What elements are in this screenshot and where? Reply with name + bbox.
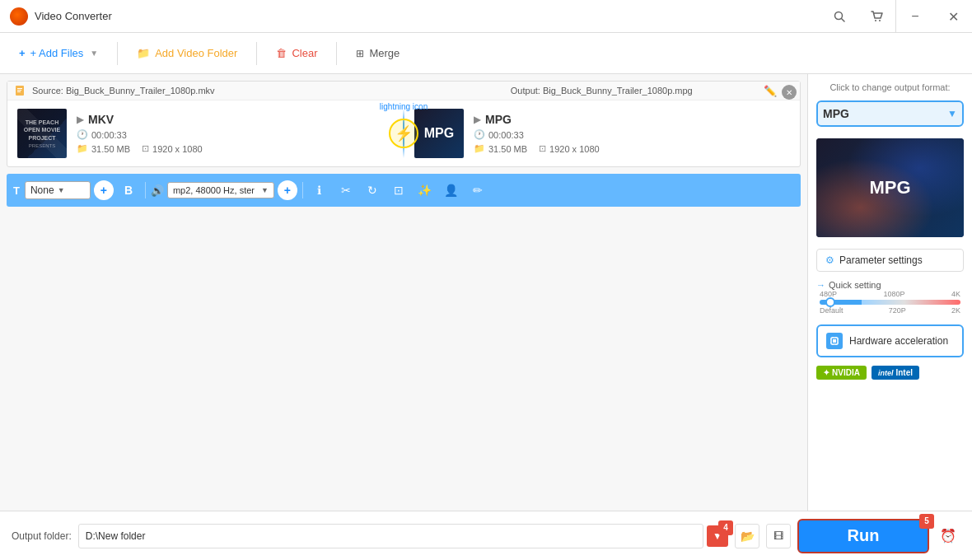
quick-setting-section: → Quick setting 480P 1080P 4K Default 72… [816,280,964,316]
close-file-button[interactable]: ✕ [782,85,797,100]
output-resolution: ⊡ 1920 x 1080 [539,143,600,154]
minimize-button[interactable]: − [896,0,934,33]
quick-setting-arrow: → [816,280,825,290]
search-icon[interactable] [820,0,858,33]
folder-browse-icon: 📂 [741,530,755,543]
svg-rect-9 [833,339,836,343]
svg-rect-6 [17,90,21,91]
toolbar-separator-2 [256,42,257,65]
merge-button[interactable]: ⊞ Merge [343,41,412,65]
add-files-plus-icon: + [19,47,26,59]
svg-point-3 [879,20,881,21]
output-size: 📁 31.50 MB [474,143,527,154]
watermark-icon[interactable]: 👤 [440,179,463,202]
right-panel: Click to change output format: MPG ▼ MPG… [807,74,972,511]
quick-setting-label: → Quick setting [816,280,964,290]
nvidia-badge: ✦ NVIDIA [816,366,867,380]
subtitle-track-select[interactable]: None ▼ [25,181,91,199]
browse-folder-button[interactable]: 📂 [735,524,759,548]
effect-icon[interactable]: ✨ [414,179,437,202]
label-720p: 720P [889,306,906,315]
output-folder-label: Output folder: [12,530,72,542]
output-input-wrapper [78,524,703,548]
app-icon [10,7,28,26]
parameter-settings-button[interactable]: ⚙ Parameter settings [816,249,964,272]
source-label: Source: Big_Buck_Bunny_Trailer_1080p.mkv [32,86,215,96]
slider-thumb[interactable] [825,297,835,307]
run-button[interactable]: Run [797,519,929,553]
format-preview-label: MPG [869,177,910,198]
source-details-2: 📁 31.50 MB ⊡ 1920 x 1080 [77,143,393,154]
run-badge: 5 [919,514,934,529]
film-strip-button[interactable]: 🎞 [766,524,791,548]
merge-label: Merge [369,47,400,59]
output-thumbnail: MPG [414,109,464,158]
selected-format-name: MPG [823,107,849,120]
edit-icon[interactable]: ✏️ [764,85,777,97]
source-resolution: ⊡ 1920 x 1080 [142,143,203,154]
resolution-icon: ⊡ [142,143,149,154]
rotate-icon[interactable]: ↻ [361,179,384,202]
edit-track-icon[interactable]: ✏ [466,179,489,202]
source-size: 📁 31.50 MB [77,143,130,154]
output-format-thumb: MPG [424,126,454,141]
lightning-container[interactable]: lightning icon [389,119,418,148]
alarm-button[interactable]: ⏰ [936,524,960,548]
svg-rect-5 [17,88,22,89]
hardware-acceleration-button[interactable]: Hardware acceleration [816,324,964,357]
hw-accel-label: Hardware acceleration [849,335,948,347]
track-toolbar: T None ▼ + B 🔊 mp2, 48000 Hz, ster ▼ + ℹ [7,174,801,207]
close-button[interactable]: ✕ [934,0,972,33]
add-folder-button[interactable]: 📁 Add Video Folder [124,41,250,65]
add-files-dropdown-icon[interactable]: ▼ [90,49,98,58]
slider-top-labels: 480P 1080P 4K [820,290,960,298]
format-preview: MPG [816,138,964,237]
add-files-label: + Add Files [30,47,84,59]
audio-track-select[interactable]: mp2, 48000 Hz, ster ▼ [167,182,274,198]
file-item-body: THE PEACHOPEN MOVIEPROJECT PRESENTS ▶ MK… [7,100,800,166]
resolution-icon-out: ⊡ [539,143,546,154]
file-source: THE PEACHOPEN MOVIEPROJECT PRESENTS ▶ MK… [7,100,403,166]
cart-icon[interactable] [858,0,896,33]
label-default: Default [820,306,843,315]
track-separator-2 [302,182,303,198]
lightning-icon[interactable]: lightning icon [389,119,418,148]
file-item-header: Source: Big_Buck_Bunny_Trailer_1080p.mkv… [7,82,800,100]
output-path-input[interactable] [78,524,703,548]
source-format: ▶ MKV [77,113,393,126]
clear-label: Clear [292,47,317,59]
format-dropdown-icon[interactable]: ▼ [947,108,957,119]
text-track-icon: T [13,184,20,197]
svg-line-1 [842,19,845,22]
label-1080p: 1080P [883,290,904,298]
clear-icon: 🗑 [276,47,287,59]
format-hint-label: Click to change output format: [816,82,964,92]
output-info: ▶ MPG 🕐 00:00:33 📁 31.5 [474,113,790,154]
folder-size-icon: 📁 [77,143,88,154]
title-controls: − ✕ [820,0,972,33]
clear-button[interactable]: 🗑 Clear [264,41,329,65]
bold-icon[interactable]: B [117,179,140,202]
output-duration: 🕐 00:00:33 [474,129,524,140]
add-audio-button[interactable]: + [278,180,297,200]
title-bar: Video Converter − ✕ [0,0,972,33]
cut-icon[interactable]: ✂ [334,179,357,202]
clock-icon: 🕐 [77,129,88,140]
alarm-icon: ⏰ [940,529,956,543]
crop-icon[interactable]: ⊡ [387,179,410,202]
audio-icon: 🔊 [151,184,164,197]
lightning-label: lightning icon [380,102,428,111]
param-settings-icon: ⚙ [825,254,834,266]
add-subtitle-button[interactable]: + [94,180,114,200]
format-selector[interactable]: MPG ▼ [816,100,964,127]
slider-track[interactable] [820,300,960,305]
add-files-button[interactable]: + + Add Files ▼ [7,41,110,65]
label-4k: 4K [951,290,960,298]
quick-slider[interactable]: 480P 1080P 4K Default 720P 2K [816,290,964,315]
info-icon[interactable]: ℹ [308,179,331,202]
track-separator-1 [145,182,146,198]
output-details: 🕐 00:00:33 [474,129,790,140]
merge-icon: ⊞ [356,48,364,59]
slider-bottom-labels: Default 720P 2K [820,306,960,315]
toolbar: + + Add Files ▼ 📁 Add Video Folder 🗑 Cle… [0,33,972,74]
